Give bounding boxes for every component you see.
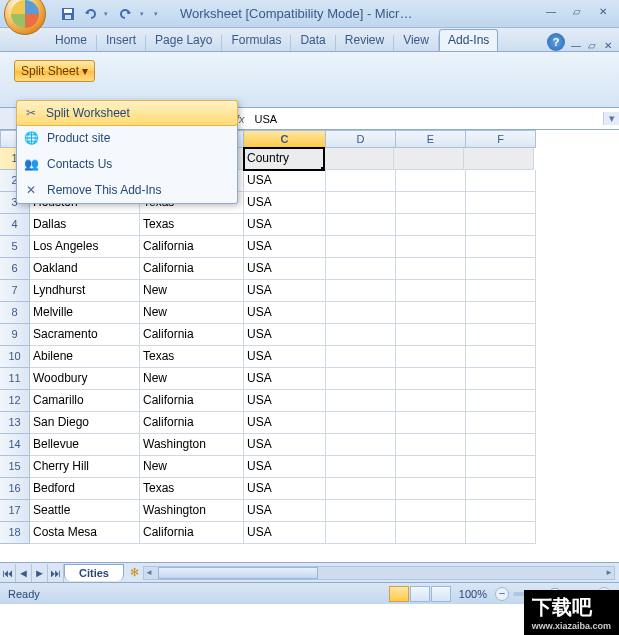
undo-icon[interactable] xyxy=(82,6,98,22)
cell[interactable] xyxy=(326,500,396,522)
cell[interactable] xyxy=(326,522,396,544)
redo-icon[interactable] xyxy=(118,6,134,22)
cell[interactable] xyxy=(466,368,536,390)
cell[interactable]: USA xyxy=(244,478,326,500)
cell[interactable]: California xyxy=(140,258,244,280)
formula-value[interactable]: USA xyxy=(251,113,603,125)
cell[interactable] xyxy=(326,478,396,500)
cell[interactable]: San Diego xyxy=(30,412,140,434)
row-header[interactable]: 4 xyxy=(0,214,30,236)
cell[interactable]: USA xyxy=(244,434,326,456)
cell[interactable] xyxy=(466,236,536,258)
cell[interactable] xyxy=(396,324,466,346)
cell[interactable]: USA xyxy=(244,214,326,236)
cell[interactable] xyxy=(324,148,394,170)
cell[interactable]: Texas xyxy=(140,346,244,368)
tab-review[interactable]: Review xyxy=(336,29,393,51)
cell[interactable]: USA xyxy=(244,302,326,324)
cell[interactable] xyxy=(466,302,536,324)
cell[interactable] xyxy=(396,522,466,544)
cell[interactable]: Melville xyxy=(30,302,140,324)
cell[interactable]: USA xyxy=(244,456,326,478)
cell[interactable] xyxy=(326,390,396,412)
row-header[interactable]: 8 xyxy=(0,302,30,324)
cell[interactable]: USA xyxy=(244,368,326,390)
cell[interactable] xyxy=(396,478,466,500)
cell[interactable] xyxy=(396,456,466,478)
cell[interactable]: Washington xyxy=(140,434,244,456)
workbook-minimize-button[interactable]: — xyxy=(569,40,583,51)
help-icon[interactable]: ? xyxy=(547,33,565,51)
cell[interactable]: Camarillo xyxy=(30,390,140,412)
view-normal-icon[interactable] xyxy=(389,586,409,602)
save-icon[interactable] xyxy=(60,6,76,22)
cell[interactable] xyxy=(396,192,466,214)
cell[interactable]: USA xyxy=(244,192,326,214)
row-header[interactable]: 9 xyxy=(0,324,30,346)
cell[interactable]: USA xyxy=(244,170,326,192)
cell[interactable]: USA xyxy=(244,280,326,302)
workbook-restore-button[interactable]: ▱ xyxy=(585,40,599,51)
row-header[interactable]: 11 xyxy=(0,368,30,390)
row-header[interactable]: 15 xyxy=(0,456,30,478)
cell[interactable] xyxy=(466,390,536,412)
cell[interactable]: USA xyxy=(244,236,326,258)
cell[interactable] xyxy=(326,368,396,390)
cell[interactable] xyxy=(396,236,466,258)
cell[interactable]: California xyxy=(140,236,244,258)
cell[interactable]: Lyndhurst xyxy=(30,280,140,302)
column-header-e[interactable]: E xyxy=(396,130,466,148)
menu-product-site[interactable]: 🌐Product site xyxy=(17,125,237,151)
cell[interactable] xyxy=(396,434,466,456)
row-header[interactable]: 16 xyxy=(0,478,30,500)
cell[interactable] xyxy=(466,412,536,434)
new-sheet-icon[interactable]: ✻ xyxy=(130,566,139,579)
cell[interactable]: USA xyxy=(244,522,326,544)
cell[interactable] xyxy=(396,346,466,368)
cell[interactable] xyxy=(396,368,466,390)
row-header[interactable]: 18 xyxy=(0,522,30,544)
row-header[interactable]: 5 xyxy=(0,236,30,258)
cell[interactable] xyxy=(466,500,536,522)
cell[interactable]: Dallas xyxy=(30,214,140,236)
cell[interactable] xyxy=(326,346,396,368)
cell[interactable]: USA xyxy=(244,390,326,412)
cell[interactable]: Los Angeles xyxy=(30,236,140,258)
cell[interactable] xyxy=(466,324,536,346)
tab-home[interactable]: Home xyxy=(46,29,96,51)
row-header[interactable]: 10 xyxy=(0,346,30,368)
menu-contacts-us[interactable]: 👥Contacts Us xyxy=(17,151,237,177)
cell[interactable] xyxy=(396,390,466,412)
cell[interactable]: New xyxy=(140,456,244,478)
restore-button[interactable]: ▱ xyxy=(565,6,589,22)
formula-expand-icon[interactable]: ▾ xyxy=(603,112,619,125)
tab-add-ins[interactable]: Add-Ins xyxy=(439,29,498,51)
cell[interactable]: Bellevue xyxy=(30,434,140,456)
cell[interactable] xyxy=(394,148,464,170)
cell[interactable] xyxy=(466,170,536,192)
cell[interactable] xyxy=(466,280,536,302)
cell[interactable] xyxy=(326,434,396,456)
tab-insert[interactable]: Insert xyxy=(97,29,145,51)
cell[interactable] xyxy=(326,324,396,346)
split-sheet-button[interactable]: Split Sheet ▾ xyxy=(14,60,95,82)
cell[interactable] xyxy=(326,170,396,192)
sheet-prev-icon[interactable]: ◄ xyxy=(16,564,32,582)
column-header-c[interactable]: C xyxy=(244,130,326,148)
cell[interactable] xyxy=(466,346,536,368)
tab-formulas[interactable]: Formulas xyxy=(222,29,290,51)
cell[interactable] xyxy=(466,478,536,500)
qat-customize-dropdown-icon[interactable] xyxy=(154,6,162,22)
cell[interactable] xyxy=(466,456,536,478)
cell[interactable] xyxy=(396,302,466,324)
cell[interactable]: New xyxy=(140,302,244,324)
sheet-first-icon[interactable]: ⏮ xyxy=(0,564,16,582)
cell[interactable] xyxy=(396,500,466,522)
cell[interactable]: USA xyxy=(244,324,326,346)
tab-data[interactable]: Data xyxy=(291,29,334,51)
view-page-break-icon[interactable] xyxy=(431,586,451,602)
cell[interactable]: New xyxy=(140,280,244,302)
cell[interactable] xyxy=(396,280,466,302)
cell[interactable]: Costa Mesa xyxy=(30,522,140,544)
column-header-d[interactable]: D xyxy=(326,130,396,148)
